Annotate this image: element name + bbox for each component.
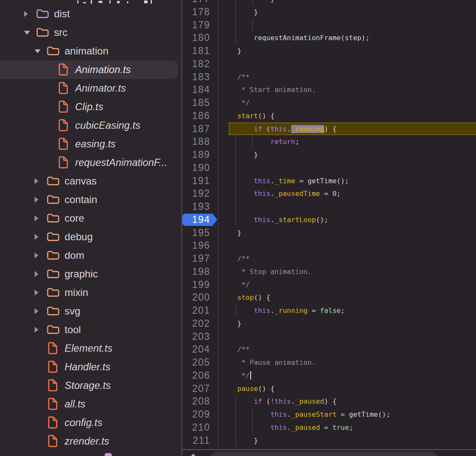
sidebar-item-canvas[interactable]: canvas [0,172,181,190]
code-line-189[interactable]: 189 } [182,148,476,161]
code-line-179[interactable]: 179 [182,19,476,32]
chevron-down-icon[interactable] [24,31,30,35]
line-number[interactable]: 197 [182,252,210,265]
chevron-right-icon[interactable] [24,11,28,17]
code-line-196[interactable]: 196 [182,239,476,252]
line-number[interactable]: 179 [182,19,210,32]
line-number[interactable]: 202 [182,317,210,330]
line-number[interactable]: 208 [182,395,210,408]
chevron-right-icon[interactable] [35,271,38,277]
line-number[interactable]: 185 [182,96,210,109]
sidebar-item-easing-ts[interactable]: easing.ts [0,135,181,153]
line-number[interactable]: 189 [182,148,210,161]
code-line-182[interactable]: 182 [182,57,476,71]
sidebar-item-debug[interactable]: debug [0,228,181,246]
active-line-flag[interactable]: 194 [182,214,213,226]
line-number[interactable]: 181 [182,44,210,57]
chevron-right-icon[interactable] [35,308,38,314]
line-number[interactable]: 206 [182,369,210,382]
sidebar-item-requestanimationf-[interactable]: requestAnimationF... [0,153,181,172]
code-line-195[interactable]: 195 } [182,226,476,239]
line-number[interactable]: 196 [182,239,210,252]
sidebar-item-tool[interactable]: tool [0,320,181,339]
sidebar-item-handler-ts[interactable]: Handler.ts [0,358,181,376]
sidebar-item-zrender-ts[interactable]: zrender.ts [0,432,181,451]
code-line-198[interactable]: 198 * Stop animation. [182,265,476,278]
chevron-right-icon[interactable] [35,215,38,221]
line-number[interactable]: 201 [182,304,210,317]
sidebar-item-element-ts[interactable]: Element.ts [0,339,181,358]
code-line-210[interactable]: 210 this._paused = true; [182,421,476,434]
code-line-190[interactable]: 190 [182,161,476,174]
chevron-right-icon[interactable] [35,197,38,203]
line-number[interactable]: 211 [182,434,210,447]
chevron-down-icon[interactable] [35,49,41,53]
code-line-200[interactable]: 200 stop() { [182,291,476,304]
chevron-right-icon[interactable] [35,234,38,240]
sidebar-item-cubiceasing-ts[interactable]: cubicEasing.ts [0,116,181,135]
code-line-178[interactable]: 178 } [182,5,476,19]
line-number[interactable]: 191 [182,174,210,187]
code-line-186[interactable]: 186 start() { [182,109,476,122]
code-line-207[interactable]: 207 pause() { [182,382,476,395]
code-line-206[interactable]: 206 */ [182,369,476,382]
code-line-194[interactable]: 194 this._startLoop(); [182,213,476,226]
sidebar-item-src[interactable]: src [0,23,181,42]
chevron-right-icon[interactable] [35,290,38,296]
sidebar-item-graphic[interactable]: graphic [0,265,181,283]
line-number[interactable]: 186 [182,109,210,122]
sidebar-item-clip-ts[interactable]: Clip.ts [0,98,181,116]
sidebar-item-contain[interactable]: contain [0,190,181,209]
code-line-204[interactable]: 204 /** [182,343,476,356]
line-number[interactable]: 184 [182,83,210,96]
code-line-191[interactable]: 191 this._time = getTime(); [182,174,476,187]
line-number[interactable]: 195 [182,226,210,239]
code-line-197[interactable]: 197 /** [182,252,476,265]
line-number[interactable]: 203 [182,330,210,343]
sidebar-item-dom[interactable]: dom [0,246,181,265]
code-editor[interactable]: 177 }178 }179180 requestAnimationFrame(s… [182,0,476,449]
sidebar-item-animation-ts[interactable]: Animation.ts [0,60,178,79]
code-line-199[interactable]: 199 */ [182,278,476,291]
sidebar-item-animator-ts[interactable]: Animator.ts [0,79,181,98]
code-line-192[interactable]: 192 this._pausedTime = 0; [182,187,476,200]
code-line-180[interactable]: 180 requestAnimationFrame(step); [182,31,476,44]
line-number[interactable]: 199 [182,278,210,291]
chevron-right-icon[interactable] [35,252,38,258]
code-line-183[interactable]: 183 /** [182,71,476,84]
code-line-208[interactable]: 208 if (!this._paused) { [182,395,476,408]
sidebar-item-core[interactable]: core [0,209,181,228]
code-line-181[interactable]: 181 } [182,44,476,57]
code-line-185[interactable]: 185 */ [182,96,476,109]
code-line-202[interactable]: 202 } [182,317,476,330]
code-line-201[interactable]: 201 this._running = false; [182,304,476,317]
line-number[interactable]: 180 [182,31,210,44]
line-number[interactable]: 183 [182,71,210,84]
code-line-177[interactable]: 177 } [182,0,476,5]
line-number[interactable]: 205 [182,356,210,369]
line-number[interactable]: 187 [182,122,210,136]
code-line-187[interactable]: 187 if (this._running) { [182,122,476,136]
chevron-right-icon[interactable] [35,178,38,184]
line-number[interactable]: 192 [182,187,210,200]
line-number[interactable]: 182 [182,57,210,71]
code-line-209[interactable]: 209 this._pauseStart = getTime(); [182,408,476,421]
line-number[interactable]: 193 [182,200,210,213]
sidebar-item-dist[interactable]: dist [0,5,181,23]
line-number[interactable]: 177 [182,0,210,5]
code-line-188[interactable]: 188 return; [182,135,476,148]
chevron-right-icon[interactable] [35,327,38,333]
bottom-panel-tab[interactable] [210,452,438,456]
code-line-211[interactable]: 211 } [182,434,476,447]
sidebar-item-mixin[interactable]: mixin [0,283,181,302]
line-number[interactable]: 190 [182,161,210,174]
line-number[interactable]: 200 [182,291,210,304]
sidebar-item-config-ts[interactable]: config.ts [0,413,181,432]
sidebar-item-all-ts[interactable]: all.ts [0,395,181,413]
line-number[interactable]: 207 [182,382,210,395]
sidebar-item-storage-ts[interactable]: Storage.ts [0,376,181,395]
line-number[interactable]: 209 [182,408,210,421]
line-number[interactable]: 204 [182,343,210,356]
sidebar-item-svg[interactable]: svg [0,302,181,320]
code-line-203[interactable]: 203 [182,330,476,343]
